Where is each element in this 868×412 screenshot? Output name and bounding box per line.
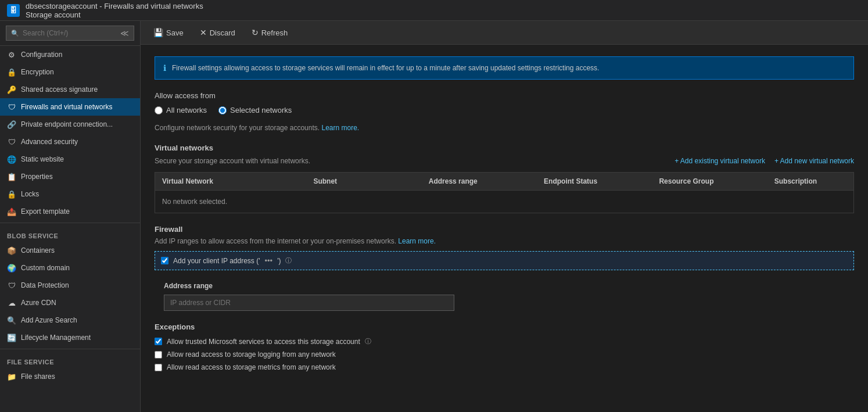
virtual-networks-section: Virtual networks [155,144,854,152]
export-template-icon: 📤 [7,207,16,216]
learn-more-firewall-link[interactable]: Learn more. [398,237,436,245]
virtual-networks-title: Virtual networks [155,144,854,152]
sidebar-item-label: Configuration [21,51,62,59]
sidebar-item-export-template[interactable]: 📤 Export template [0,203,140,220]
sidebar-item-add-azure-search[interactable]: 🔍 Add Azure Search [0,311,140,329]
firewalls-icon: 🛡 [7,102,16,112]
sidebar-item-static-website[interactable]: 🌐 Static website [0,151,140,168]
discard-icon: ✕ [200,28,207,37]
address-range-input[interactable] [164,295,454,311]
read-metrics-checkbox[interactable] [155,364,162,371]
radio-all-networks[interactable]: All networks [155,106,207,114]
collapse-button[interactable]: ≪ [120,28,129,38]
info-icon: ℹ [163,63,166,73]
configuration-icon: ⚙ [7,50,16,59]
sidebar-item-label: File shares [21,372,55,381]
col-subscription: Subscription [774,177,847,185]
vnet-links: + Add existing virtual network + Add new… [675,157,854,165]
sidebar-item-properties[interactable]: 📋 Properties [0,168,140,185]
private-endpoint-icon: 🔗 [7,120,16,129]
app-icon: 🗄 [7,4,20,17]
content-scroll: ℹ Firewall settings allowing access to s… [141,45,868,412]
sidebar-items: ⚙ Configuration 🔒 Encryption 🔑 Shared ac… [0,46,140,220]
lifecycle-icon: 🔄 [7,333,16,342]
read-logging-checkbox[interactable] [155,351,162,359]
firewall-desc-text: Add IP ranges to allow access from the i… [155,237,396,245]
client-ip-info-icon: ⓘ [285,256,292,265]
sidebar-item-label: Advanced security [21,138,78,146]
read-metrics-label: Allow read access to storage metrics fro… [167,363,336,371]
col-resource-group: Resource Group [659,177,767,185]
refresh-button[interactable]: ↻ Refresh [248,26,292,40]
client-ip-label: Add your client IP address (' [173,257,260,265]
sidebar-item-lifecycle-management[interactable]: 🔄 Lifecycle Management [0,329,140,346]
radio-selected-networks-input[interactable] [218,106,227,114]
exception-read-logging: Allow read access to storage logging fro… [155,350,854,359]
search-input[interactable] [23,29,117,37]
address-range-section: Address range [155,282,854,311]
learn-more-configure-link[interactable]: Learn more. [321,124,359,132]
sidebar-item-data-protection[interactable]: 🛡 Data Protection [0,277,140,294]
toolbar: 💾 Save ✕ Discard ↻ Refresh [141,21,868,45]
discard-button[interactable]: ✕ Discard [196,26,239,40]
radio-selected-networks[interactable]: Selected networks [218,106,292,114]
vnet-subheader: Secure your storage account with virtual… [155,157,854,165]
file-service-items: 📁 File shares [0,368,140,385]
search-icon: 🔍 [11,30,19,37]
refresh-icon: ↻ [252,28,259,37]
sidebar-item-shared-access-signature[interactable]: 🔑 Shared access signature [0,81,140,98]
sidebar-item-label: Firewalls and virtual networks [21,103,112,111]
configure-text: Configure network security for your stor… [155,124,854,132]
sidebar-item-label: Encryption [21,68,54,76]
trusted-ms-checkbox[interactable] [155,338,162,345]
vnet-description: Secure your storage account with virtual… [155,157,310,165]
virtual-networks-table: Virtual Network Subnet Address range End… [155,172,854,213]
save-button[interactable]: 💾 Save [150,26,187,40]
exception-trusted-microsoft: Allow trusted Microsoft services to acce… [155,337,854,346]
client-ip-suffix: ') [277,257,281,265]
sidebar-item-advanced-security[interactable]: 🛡 Advanced security [0,133,140,151]
page-title: dbsecstorageaccount - Firewalls and virt… [26,2,203,10]
sidebar-item-label: Containers [21,246,55,255]
address-range-label: Address range [155,282,854,290]
col-endpoint-status: Endpoint Status [544,177,652,185]
sidebar-item-containers[interactable]: 📦 Containers [0,242,140,259]
azure-cdn-icon: ☁ [7,298,16,307]
sidebar-item-custom-domain[interactable]: 🌍 Custom domain [0,259,140,277]
read-logging-label: Allow read access to storage logging fro… [167,350,336,359]
allow-access-section: Allow access from All networks Selected … [155,91,854,114]
sidebar-item-file-shares[interactable]: 📁 File shares [0,368,140,385]
static-website-icon: 🌐 [7,155,16,164]
sidebar-item-encryption[interactable]: 🔒 Encryption [0,63,140,81]
sidebar-item-label: Export template [21,207,70,216]
title-bar: 🗄 dbsecstorageaccount - Firewalls and vi… [0,0,868,21]
resource-type: Storage account [26,10,81,19]
add-existing-vnet-link[interactable]: + Add existing virtual network [675,157,765,165]
client-ip-checkbox[interactable] [161,257,168,264]
info-banner-text: Firewall settings allowing access to sto… [172,63,599,73]
add-new-vnet-link[interactable]: + Add new virtual network [774,157,854,165]
data-protection-icon: 🛡 [7,281,16,290]
trusted-ms-label: Allow trusted Microsoft services to acce… [167,338,360,346]
advanced-security-icon: 🛡 [7,137,16,146]
add-azure-search-icon: 🔍 [7,316,16,325]
search-wrap[interactable]: 🔍 ≪ [6,26,134,41]
sidebar-item-label: Add Azure Search [21,316,77,324]
sidebar-item-firewalls-virtual-networks[interactable]: 🛡 Firewalls and virtual networks [0,98,140,116]
sidebar-item-locks[interactable]: 🔒 Locks [0,185,140,203]
sidebar-item-label: Azure CDN [21,299,56,307]
radio-all-networks-input[interactable] [155,106,163,114]
col-virtual-network: Virtual Network [162,177,306,185]
sidebar-item-label: Shared access signature [21,85,98,94]
col-subnet: Subnet [313,177,421,185]
sidebar-item-configuration[interactable]: ⚙ Configuration [0,46,140,63]
custom-domain-icon: 🌍 [7,263,16,273]
properties-icon: 📋 [7,172,16,181]
sidebar-item-label: Lifecycle Management [21,334,91,342]
title-bar-text: dbsecstorageaccount - Firewalls and virt… [26,2,203,19]
radio-selected-networks-label: Selected networks [230,106,292,114]
sidebar-item-azure-cdn[interactable]: ☁ Azure CDN [0,294,140,311]
refresh-label: Refresh [261,28,288,37]
sidebar-item-private-endpoint[interactable]: 🔗 Private endpoint connection... [0,116,140,133]
firewall-description: Add IP ranges to allow access from the i… [155,237,854,245]
